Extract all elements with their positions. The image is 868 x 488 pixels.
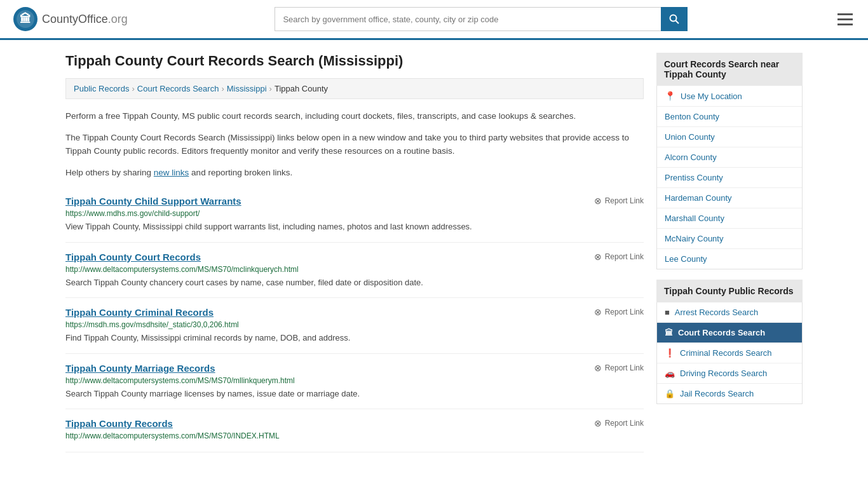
pubrecord-label-3: Driving Records Search (680, 369, 767, 378)
pubrecord-2[interactable]: ❗Criminal Records Search (657, 343, 802, 363)
record-item: Tippah County Child Support Warrants ⊗ R… (65, 187, 644, 243)
pubrecord-label-4: Jail Records Search (680, 389, 754, 398)
record-desc-0: View Tippah County, Mississippi child su… (65, 220, 644, 233)
pubrecord-label-2: Criminal Records Search (680, 348, 772, 358)
description-para2: The Tippah County Court Records Search (… (65, 131, 644, 158)
nearby-header: Court Records Search near Tippah County (656, 53, 803, 86)
pubrecord-icon-4: 🔒 (665, 389, 675, 398)
report-link-0[interactable]: ⊗ Report Link (594, 196, 644, 206)
report-icon-2: ⊗ (594, 307, 602, 317)
record-url-3[interactable]: http://www.deltacomputersystems.com/MS/M… (65, 376, 644, 385)
nearby-county-4[interactable]: Hardeman County (657, 188, 802, 208)
site-header: 🏛 CountyOffice.org (0, 0, 868, 40)
pubrecords-links: ■Arrest Records Search🏛Court Records Sea… (656, 302, 803, 404)
search-button[interactable] (661, 7, 688, 31)
report-link-1[interactable]: ⊗ Report Link (594, 252, 644, 262)
new-links-link[interactable]: new links (154, 168, 189, 177)
nearby-county-7[interactable]: Lee County (657, 249, 802, 269)
pubrecord-icon-0: ■ (665, 308, 670, 317)
record-item: Tippah County Court Records ⊗ Report Lin… (65, 243, 644, 299)
svg-line-4 (676, 21, 679, 24)
logo[interactable]: 🏛 CountyOffice.org (13, 6, 128, 32)
record-item: Tippah County Records ⊗ Report Link http… (65, 409, 644, 452)
breadcrumb-sep-2: › (221, 84, 224, 93)
record-desc-1: Search Tippah County chancery court case… (65, 276, 644, 289)
record-url-0[interactable]: https://www.mdhs.ms.gov/child-support/ (65, 209, 644, 218)
nearby-county-3[interactable]: Prentiss County (657, 168, 802, 188)
menu-button[interactable] (835, 11, 855, 28)
breadcrumb-sep-3: › (269, 84, 272, 93)
record-desc-3: Search Tippah County marriage licenses b… (65, 388, 644, 400)
report-label-0: Report Link (605, 196, 644, 205)
logo-icon: 🏛 (13, 6, 38, 32)
pubrecord-label-1: Court Records Search (678, 328, 765, 337)
pubrecord-4[interactable]: 🔒Jail Records Search (657, 384, 802, 403)
pubrecords-header: Tippah County Public Records (656, 280, 803, 302)
pubrecord-icon-3: 🚗 (665, 369, 675, 378)
location-icon: 📍 (665, 91, 675, 101)
page-title: Tippah County Court Records Search (Miss… (65, 53, 644, 69)
nearby-counties-container: Benton CountyUnion CountyAlcorn CountyPr… (657, 107, 802, 269)
record-url-2[interactable]: https://msdh.ms.gov/msdhsite/_static/30,… (65, 320, 644, 329)
menu-line-3 (837, 24, 853, 25)
menu-line-1 (837, 13, 853, 15)
nearby-county-2[interactable]: Alcorn County (657, 147, 802, 168)
search-bar (275, 7, 688, 31)
report-icon-0: ⊗ (594, 196, 602, 206)
description-para3: Help others by sharing new links and rep… (65, 166, 644, 180)
record-url-1[interactable]: http://www.deltacomputersystems.com/MS/M… (65, 265, 644, 274)
breadcrumb-court-records-search[interactable]: Court Records Search (137, 84, 219, 93)
breadcrumb-mississippi[interactable]: Mississippi (227, 84, 267, 93)
report-label-2: Report Link (605, 308, 644, 316)
pubrecord-icon-2: ❗ (665, 348, 675, 358)
pubrecord-label-0: Arrest Records Search (675, 308, 759, 317)
description-para1: Perform a free Tippah County, MS public … (65, 109, 644, 123)
pubrecord-3[interactable]: 🚗Driving Records Search (657, 363, 802, 384)
sidebar: Court Records Search near Tippah County … (656, 53, 803, 452)
record-title-1[interactable]: Tippah County Court Records (65, 252, 201, 262)
record-title-2[interactable]: Tippah County Criminal Records (65, 307, 214, 318)
records-list: Tippah County Child Support Warrants ⊗ R… (65, 187, 644, 452)
breadcrumb-sep-1: › (132, 84, 134, 93)
report-link-2[interactable]: ⊗ Report Link (594, 307, 644, 317)
search-icon (669, 14, 679, 24)
report-link-3[interactable]: ⊗ Report Link (594, 363, 644, 373)
report-label-1: Report Link (605, 252, 644, 261)
svg-point-3 (670, 15, 677, 22)
report-label-4: Report Link (605, 419, 644, 428)
nearby-section: Court Records Search near Tippah County … (656, 53, 803, 269)
nearby-links: 📍 Use My Location Benton CountyUnion Cou… (656, 86, 803, 269)
record-item: Tippah County Criminal Records ⊗ Report … (65, 298, 644, 354)
pubrecords-section: Tippah County Public Records ■Arrest Rec… (656, 280, 803, 404)
search-input[interactable] (275, 7, 661, 31)
record-title-0[interactable]: Tippah County Child Support Warrants (65, 196, 241, 207)
svg-text:🏛: 🏛 (20, 12, 31, 25)
report-icon-4: ⊗ (594, 418, 602, 428)
nearby-county-5[interactable]: Marshall County (657, 208, 802, 229)
report-link-4[interactable]: ⊗ Report Link (594, 418, 644, 428)
report-label-3: Report Link (605, 363, 644, 372)
use-location-link[interactable]: 📍 Use My Location (657, 86, 802, 107)
nearby-county-1[interactable]: Union County (657, 127, 802, 147)
menu-line-2 (837, 18, 853, 20)
record-title-4[interactable]: Tippah County Records (65, 418, 173, 429)
breadcrumb: Public Records › Court Records Search › … (65, 78, 644, 99)
pubrecord-1[interactable]: 🏛Court Records Search (657, 323, 802, 343)
record-title-3[interactable]: Tippah County Marriage Records (65, 363, 215, 374)
pubrecord-0[interactable]: ■Arrest Records Search (657, 302, 802, 323)
main-container: Tippah County Court Records Search (Miss… (53, 40, 815, 465)
content-area: Tippah County Court Records Search (Miss… (65, 53, 644, 452)
logo-text: CountyOffice.org (42, 13, 128, 26)
breadcrumb-public-records[interactable]: Public Records (74, 84, 129, 93)
pubrecord-icon-1: 🏛 (665, 328, 673, 337)
report-icon-3: ⊗ (594, 363, 602, 373)
record-item: Tippah County Marriage Records ⊗ Report … (65, 354, 644, 410)
breadcrumb-tippah: Tippah County (275, 84, 328, 93)
report-icon-1: ⊗ (594, 252, 602, 262)
nearby-county-0[interactable]: Benton County (657, 107, 802, 127)
record-desc-2: Find Tippah County, Mississippi criminal… (65, 332, 644, 344)
nearby-county-6[interactable]: McNairy County (657, 229, 802, 249)
record-url-4[interactable]: http://www.deltacomputersystems.com/MS/M… (65, 431, 644, 440)
